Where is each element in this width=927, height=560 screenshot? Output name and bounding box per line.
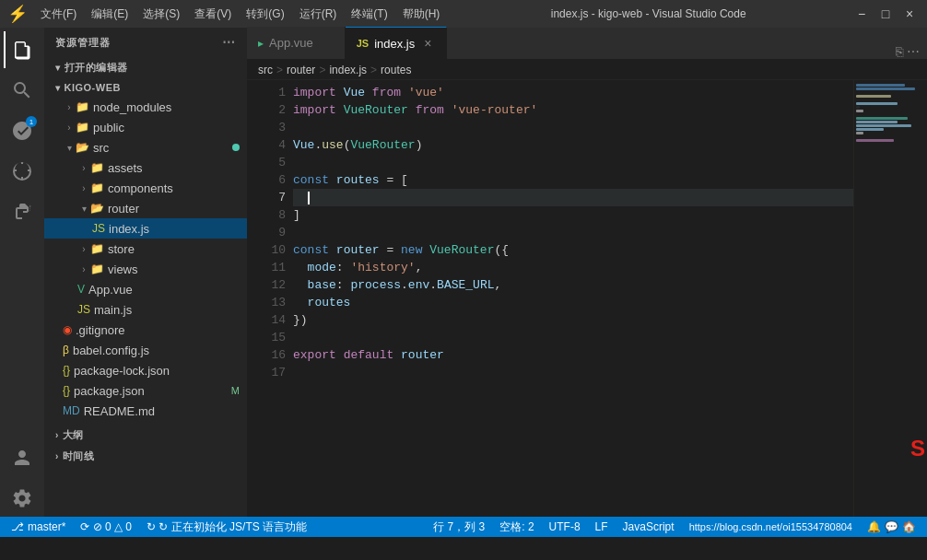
tree-item-app-vue[interactable]: V App.vue [44,279,247,299]
folder-open-icon: 📂 [90,202,104,215]
indentation[interactable]: 空格: 2 [496,519,537,535]
outline-label: 大纲 [63,428,84,442]
activity-settings[interactable] [4,480,41,517]
loading-icon: ↻ [147,520,156,533]
activity-bar: 1 [0,28,44,517]
tab-close-icon[interactable]: × [420,36,435,51]
maximize-button[interactable]: □ [875,4,896,24]
folder-open-icon: 📂 [76,141,89,154]
arrow-icon: › [77,163,90,173]
menu-select[interactable]: 选择(S) [137,5,185,24]
code-line-14: }) [293,311,853,329]
code-line-13: routes [293,294,853,311]
item-label: node_modules [93,100,171,114]
breadcrumb-sep1: > [276,64,283,76]
tree-item-main-js[interactable]: JS main.js [44,299,247,320]
cursor-position[interactable]: 行 7，列 3 [429,519,488,535]
tree-item-store[interactable]: › 📁 store [44,239,247,259]
breadcrumb-router[interactable]: router [287,64,315,76]
item-label: store [108,242,135,256]
code-content[interactable]: import Vue from 'vue' import VueRouter f… [293,80,853,517]
breadcrumb-file[interactable]: index.js [329,64,367,76]
tree-item-package-json[interactable]: {} package.json M [44,380,247,401]
split-editor-icon[interactable]: ⎘ [896,44,903,59]
tree-item-index-js[interactable]: JS index.js [44,218,247,239]
tree-item-public[interactable]: › 📁 public [44,117,247,137]
sync-icon: ⟳ [80,520,89,533]
menu-edit[interactable]: 编辑(E) [86,5,134,24]
tab-app-vue[interactable]: ▸ App.vue × [247,27,346,59]
git-branch[interactable]: ⎇ master* [7,520,69,533]
js-file-icon: JS [77,303,90,316]
open-editors-label: 打开的编辑器 [65,61,128,75]
arrow-icon: › [63,102,76,112]
menu-goto[interactable]: 转到(G) [241,5,289,24]
minimize-button[interactable]: − [851,4,872,24]
tree-item-src[interactable]: ▾ 📂 src [44,137,247,158]
timeline-arrow: › [55,451,59,461]
json-icon: {} [63,384,70,397]
project-section[interactable]: ▾ KIGO-WEB [44,78,247,97]
sidebar-scroll[interactable]: ▾ 打开的编辑器 ▾ KIGO-WEB › 📁 node_modules › 📁… [44,57,247,517]
tree-item-readme[interactable]: MD README.md [44,401,247,421]
tree-item-components[interactable]: › 📁 components [44,178,247,198]
tab-label: App.vue [269,36,313,50]
code-line-17 [293,364,853,381]
arrow-icon: › [77,264,90,274]
comment-icon: 💬 [885,520,898,533]
errors-count: ⊘ 0 △ 0 [93,520,132,533]
menu-terminal[interactable]: 终端(T) [346,5,393,24]
item-label: App.vue [88,283,133,297]
timeline-section[interactable]: › 时间线 [44,446,247,467]
code-line-12: base: process.env.BASE_URL, [293,276,853,294]
tree-item-babel[interactable]: β babel.config.js [44,340,247,360]
outline-section[interactable]: › 大纲 [44,425,247,446]
breadcrumb-src[interactable]: src [258,64,273,76]
menu-view[interactable]: 查看(V) [189,5,237,24]
git-badge: 1 [26,116,37,127]
menu-file[interactable]: 文件(F) [35,5,82,24]
tree-item-views[interactable]: › 📁 views [44,259,247,279]
menu-help[interactable]: 帮助(H) [397,5,446,24]
tree-item-node-modules[interactable]: › 📁 node_modules [44,97,247,117]
arrow-icon: ▾ [63,143,76,153]
outline-arrow: › [55,430,59,440]
tree-item-router[interactable]: ▾ 📂 router [44,198,247,218]
item-label: package-lock.json [74,364,170,378]
encoding[interactable]: UTF-8 [546,520,584,533]
tab-index-js[interactable]: JS index.js × [346,27,448,59]
babel-icon: β [63,344,69,356]
activity-extensions[interactable] [4,193,41,230]
activity-debug[interactable] [4,153,41,190]
item-label: index.js [109,222,149,236]
md-icon: MD [63,404,80,417]
menu-run[interactable]: 运行(R) [294,5,343,24]
activity-git[interactable]: 1 [4,112,41,149]
vue-file-icon: V [77,283,85,296]
tree-item-assets[interactable]: › 📁 assets [44,158,247,178]
activity-explorer[interactable] [4,31,41,68]
notification-icons[interactable]: 🔔 💬 🏠 [863,520,920,533]
item-label: README.md [84,404,155,418]
git-icon: ◉ [63,323,72,336]
activity-search[interactable] [4,72,41,109]
breadcrumb-symbol[interactable]: routes [381,64,411,76]
new-file-icon[interactable]: ⋯ [222,35,236,50]
sync-button[interactable]: ⟳ ⊘ 0 △ 0 [76,520,135,533]
initializing-status[interactable]: ↻ ↻ 正在初始化 JS/TS 语言功能 [143,519,311,535]
breadcrumb-sep2: > [319,64,325,76]
code-line-7 [293,189,853,206]
line-ending[interactable]: LF [592,520,612,533]
close-button[interactable]: × [899,4,920,24]
tree-item-package-lock[interactable]: {} package-lock.json [44,360,247,380]
csdn-url[interactable]: https://blog.csdn.net/oi15534780804 [686,520,856,533]
more-actions-icon[interactable]: ⋯ [907,44,920,59]
item-label: package.json [74,384,145,398]
tree-item-gitignore[interactable]: ◉ .gitignore [44,320,247,340]
language-mode[interactable]: JavaScript [619,520,678,533]
code-editor[interactable]: 12345 678910 1112131415 1617 import Vue … [247,80,927,517]
bell-icon: 🔔 [867,520,881,533]
language-text: JavaScript [623,520,675,533]
open-editors-section[interactable]: ▾ 打开的编辑器 [44,57,247,78]
activity-accounts[interactable] [4,439,41,476]
